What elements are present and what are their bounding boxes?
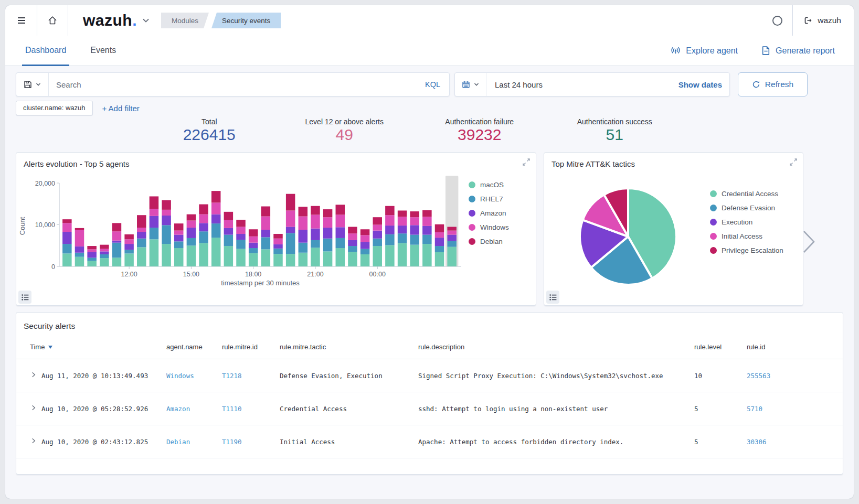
refresh-button[interactable]: Refresh	[738, 72, 808, 96]
column-header-rule-description[interactable]: rule.description	[418, 343, 694, 351]
legend-item-privilege-escalation[interactable]: Privilege Escalation	[710, 245, 783, 255]
cell-agent-name[interactable]: Amazon	[166, 405, 222, 413]
breadcrumb-security-events: Security events	[211, 13, 281, 28]
legend-item-debian[interactable]: Debian	[469, 237, 509, 246]
legend-item-macos[interactable]: macOS	[469, 180, 509, 189]
time-cell: Aug 10, 2020 @ 02:43:12.825	[30, 437, 166, 446]
legend-dot	[469, 210, 475, 217]
cell-agent-name[interactable]: Debian	[166, 438, 222, 446]
cell-rule-level: 10	[694, 372, 747, 380]
cell-agent-name[interactable]: Windows	[166, 372, 222, 380]
legend-item-windows[interactable]: Windows	[469, 222, 509, 232]
bar-series-Debian[interactable]	[62, 191, 457, 249]
menu-button[interactable]	[13, 5, 30, 36]
cell-rule-mitre-tactic: Initial Access	[280, 438, 418, 446]
legend-item-execution[interactable]: Execution	[710, 217, 783, 227]
filter-bar: cluster.name: wazuh + Add filter	[16, 100, 843, 116]
generate-report-button[interactable]: Generate report	[761, 46, 835, 56]
antenna-icon	[670, 45, 681, 56]
column-header-rule-level[interactable]: rule.level	[694, 343, 747, 351]
tab-actions: Explore agent Generate report	[670, 36, 835, 66]
bar-series-RHEL7[interactable]	[62, 223, 457, 261]
legend-dot	[710, 247, 717, 254]
legend-label: Debian	[480, 238, 503, 245]
expand-row-button[interactable]	[30, 404, 37, 413]
explore-agent-button[interactable]: Explore agent	[670, 45, 738, 56]
legend-item-credential-access[interactable]: Credential Access	[710, 189, 783, 198]
stat-value: 51	[547, 126, 683, 144]
svg-text:20,000: 20,000	[35, 180, 55, 187]
cell-rule-mitre-id[interactable]: T1190	[222, 438, 280, 446]
tab-dashboard[interactable]: Dashboard	[22, 36, 69, 66]
table-header-row: Timeagent.namerule.mitre.idrule.mitre.ta…	[16, 335, 843, 359]
topbar-right: wazuh	[768, 5, 845, 36]
legend-label: RHEL7	[480, 195, 503, 203]
legend-toggle-button[interactable]	[546, 291, 559, 304]
tab-events[interactable]: Events	[87, 36, 119, 66]
bar-series-macOS[interactable]	[62, 238, 457, 266]
legend-toggle-button[interactable]	[18, 291, 31, 304]
legend-item-defense-evasion[interactable]: Defense Evasion	[710, 203, 783, 212]
legend-item-amazon[interactable]: Amazon	[469, 208, 509, 218]
next-visualizations-chevron[interactable]	[801, 229, 816, 256]
column-header-time[interactable]: Time	[30, 343, 166, 351]
column-header-label: rule.mitre.id	[222, 343, 258, 351]
list-icon	[21, 293, 29, 302]
list-icon	[549, 293, 557, 302]
expand-panel-button[interactable]	[523, 158, 530, 167]
legend-item-initial-access[interactable]: Initial Access	[710, 231, 783, 241]
legend-item-rhel7[interactable]: RHEL7	[469, 194, 509, 203]
svg-text:00:00: 00:00	[369, 271, 386, 278]
wazuh-logo[interactable]: wazuh.	[83, 12, 137, 29]
cell-rule-mitre-id[interactable]: T1218	[222, 372, 280, 380]
cell-rule-id[interactable]: 30306	[747, 438, 843, 446]
query-language-button[interactable]: KQL	[416, 80, 449, 89]
search-input[interactable]	[49, 80, 416, 89]
cell-rule-id[interactable]: 5710	[747, 405, 843, 413]
chevron-right-icon	[30, 371, 37, 378]
alerts-evolution-chart[interactable]: 010,00020,00012:0015:0018:0021:0000:00ti…	[16, 171, 468, 290]
svg-text:0: 0	[51, 263, 55, 271]
app-status-button[interactable]	[768, 5, 786, 36]
saved-queries-button[interactable]	[16, 73, 49, 96]
cell-rule-mitre-id[interactable]: T1110	[222, 405, 280, 413]
legend-dot	[710, 205, 717, 211]
quick-select-button[interactable]	[455, 73, 486, 96]
divider	[792, 5, 793, 36]
cell-rule-id[interactable]: 255563	[747, 372, 843, 380]
cell-rule-level: 5	[694, 405, 747, 413]
expand-row-button[interactable]	[30, 437, 37, 446]
svg-text:15:00: 15:00	[183, 271, 199, 278]
home-button[interactable]	[44, 5, 61, 36]
column-header-rule-id[interactable]: rule.id	[747, 343, 843, 351]
column-header-rule-mitre-tactic[interactable]: rule.mitre.tactic	[280, 343, 418, 351]
column-header-label: rule.description	[418, 343, 464, 351]
table-body: Aug 11, 2020 @ 10:13:49.493WindowsT1218D…	[16, 359, 843, 458]
expand-panel-button[interactable]	[790, 158, 797, 167]
expand-row-button[interactable]	[30, 371, 37, 380]
ring-icon	[772, 16, 782, 26]
logo-text: wazuh	[83, 12, 132, 29]
bar-series-Windows[interactable]	[62, 202, 457, 252]
breadcrumb-modules[interactable]: Modules	[161, 13, 209, 28]
time-cell: Aug 11, 2020 @ 10:13:49.493	[30, 371, 166, 380]
show-dates-button[interactable]: Show dates	[671, 80, 729, 89]
stat-label: Level 12 or above alerts	[277, 117, 412, 126]
column-header-rule-mitre-id[interactable]: rule.mitre.id	[222, 343, 280, 351]
stat-level-12-or-above-alerts: Level 12 or above alerts49	[277, 117, 412, 147]
svg-text:12:00: 12:00	[121, 271, 137, 278]
chevron-down-icon	[473, 81, 480, 88]
add-filter-button[interactable]: + Add filter	[102, 104, 140, 113]
cell-rule-mitre-tactic: Credential Access	[280, 405, 418, 413]
app-switcher-chevron[interactable]	[138, 5, 154, 36]
time-range-value[interactable]: Last 24 hours	[486, 80, 671, 89]
column-header-agent-name[interactable]: agent.name	[166, 343, 222, 351]
column-header-label: rule.id	[747, 343, 765, 351]
bar-series-Amazon[interactable]	[62, 215, 457, 258]
visualizations-row: Alerts evolution - Top 5 agents 010,0002…	[16, 152, 843, 306]
filter-pill-cluster-name[interactable]: cluster.name: wazuh	[16, 101, 93, 115]
column-header-label: rule.level	[694, 343, 722, 351]
expand-icon	[523, 158, 530, 166]
mitre-tactics-pie-chart[interactable]	[548, 157, 708, 316]
index-pattern-button[interactable]: wazuh	[799, 16, 845, 25]
